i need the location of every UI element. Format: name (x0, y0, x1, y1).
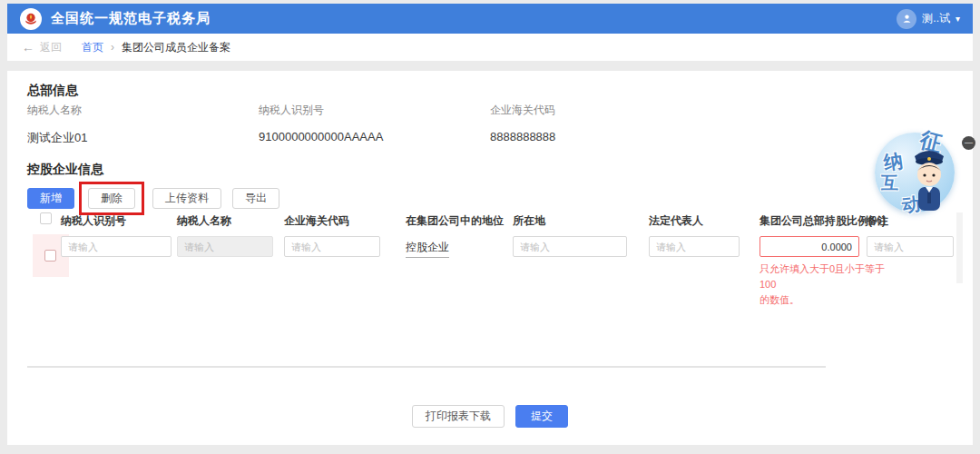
back-arrow-icon[interactable]: ← (22, 40, 34, 54)
col-header-location: 所在地 (513, 213, 545, 229)
breadcrumb: ← 返回 首页 › 集团公司成员企业备案 (7, 34, 973, 61)
holding-section-title: 控股企业信息 (27, 162, 103, 178)
hq-field-taxpayer-name: 纳税人名称 测试企业01 (27, 103, 87, 146)
print-report-button[interactable]: 打印报表下载 (412, 405, 505, 428)
chevron-down-icon: ▾ (956, 14, 960, 24)
error-line: 只允许填入大于0且小于等于100 (760, 262, 896, 292)
submit-button[interactable]: 提交 (515, 405, 568, 428)
footer-actions: 打印报表下载 提交 (7, 405, 973, 428)
taxpayer-name-input (177, 236, 273, 257)
field-value: 9100000000000AAAAA (259, 130, 383, 143)
share-ratio-input[interactable] (760, 236, 859, 257)
export-button[interactable]: 导出 (232, 188, 279, 209)
field-label: 纳税人识别号 (259, 103, 383, 118)
assistant-minimize-button[interactable]: — (962, 136, 975, 150)
col-header-taxpayer-name: 纳税人名称 (177, 213, 231, 229)
red-highlight-annotation: 删除 (79, 182, 144, 215)
share-ratio-error: 只允许填入大于0且小于等于100 的数值。 (760, 262, 896, 308)
field-value: 测试企业01 (27, 130, 87, 146)
back-button[interactable]: 返回 (40, 40, 62, 55)
table-scrollbar[interactable] (956, 212, 963, 283)
assistant-char: 互 (881, 172, 898, 195)
tax-emblem-icon (20, 8, 42, 30)
col-header-group-role: 在集团公司中的地位 (406, 213, 504, 229)
add-button[interactable]: 新增 (27, 188, 74, 209)
field-value: 8888888888 (490, 130, 555, 143)
remarks-input[interactable] (867, 236, 954, 257)
group-role-value[interactable]: 控股企业 (406, 240, 449, 258)
col-header-legal-rep: 法定代表人 (649, 213, 703, 229)
app-header: 全国统一规范电子税务局 测..试 ▾ (7, 4, 973, 34)
legal-rep-input[interactable] (649, 236, 740, 257)
delete-button[interactable]: 删除 (88, 188, 135, 209)
upload-button[interactable]: 上传资料 (152, 188, 221, 209)
app-title: 全国统一规范电子税务局 (51, 10, 211, 27)
tax-assistant-widget[interactable]: 征 纳 互 动 (869, 129, 960, 220)
row-checkbox[interactable] (44, 250, 56, 262)
field-label: 企业海关代码 (490, 103, 555, 118)
field-label: 纳税人名称 (27, 103, 87, 118)
customs-code-input[interactable] (284, 236, 380, 257)
user-name: 测..试 (922, 11, 950, 26)
error-line: 的数值。 (760, 292, 896, 308)
hq-field-customs-code: 企业海关代码 8888888888 (490, 103, 555, 143)
col-header-customs-code: 企业海关代码 (284, 213, 349, 229)
taxpayer-id-input[interactable] (61, 236, 172, 257)
select-all-checkbox[interactable] (40, 212, 52, 224)
section-divider (27, 366, 826, 368)
col-header-taxpayer-id: 纳税人识别号 (61, 213, 126, 229)
user-menu[interactable]: 测..试 ▾ (897, 9, 960, 29)
breadcrumb-current: 集团公司成员企业备案 (122, 40, 230, 55)
breadcrumb-separator: › (111, 41, 114, 54)
user-avatar-icon (897, 9, 916, 29)
main-panel: 总部信息 纳税人名称 测试企业01 纳税人识别号 9100000000000AA… (7, 71, 973, 445)
hq-field-taxpayer-id: 纳税人识别号 9100000000000AAAAA (259, 103, 383, 143)
toolbar: 新增 删除 上传资料 导出 (27, 182, 279, 215)
location-input[interactable] (513, 236, 627, 257)
tax-officer-mascot-icon (906, 143, 953, 216)
hq-section-title: 总部信息 (27, 83, 78, 99)
breadcrumb-home[interactable]: 首页 (82, 40, 103, 55)
